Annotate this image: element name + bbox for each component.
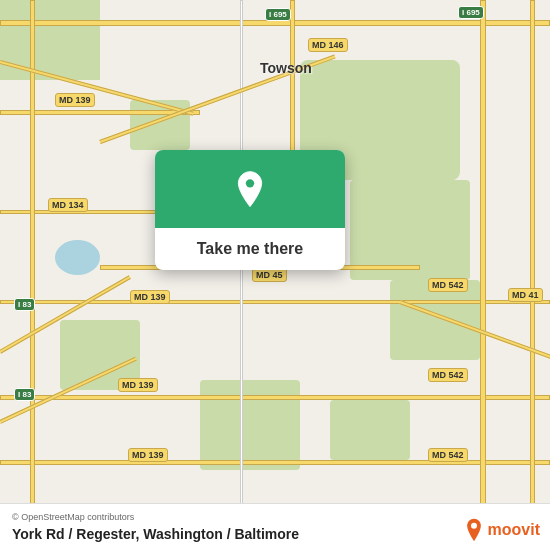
green-area-5 xyxy=(200,380,300,470)
take-me-there-button[interactable]: Take me there xyxy=(197,240,303,258)
popup-top xyxy=(155,150,345,228)
label-i83-left: I 83 xyxy=(14,298,35,311)
location-pin-icon xyxy=(230,170,270,210)
popup-card: Take me there xyxy=(155,150,345,270)
road-h6 xyxy=(0,395,550,400)
label-i695-right: I 695 xyxy=(458,6,484,19)
green-area-3 xyxy=(390,280,480,360)
road-v4 xyxy=(240,0,243,550)
water-area xyxy=(55,240,100,275)
city-label: Towson xyxy=(260,60,312,76)
svg-point-0 xyxy=(246,179,254,187)
road-v5 xyxy=(30,0,35,550)
label-i83-bottom: I 83 xyxy=(14,388,35,401)
map-container: Towson I 695 MD 146 MD 139 MD 134 MD 45 … xyxy=(0,0,550,550)
popup-bottom: Take me there xyxy=(155,228,345,270)
attribution-text: © OpenStreetMap contributors xyxy=(12,512,538,522)
label-md139-btm2: MD 139 xyxy=(128,448,168,462)
label-md146: MD 146 xyxy=(308,38,348,52)
label-md542-right1: MD 542 xyxy=(428,278,468,292)
moovit-pin-icon xyxy=(464,518,484,542)
location-name: York Rd / Regester, Washington / Baltimo… xyxy=(12,526,299,542)
label-md139-mid: MD 139 xyxy=(130,290,170,304)
label-md139-left: MD 139 xyxy=(55,93,95,107)
label-md45-mid: MD 45 xyxy=(252,268,287,282)
label-md134: MD 134 xyxy=(48,198,88,212)
green-area-6 xyxy=(330,400,410,460)
moovit-logo: moovit xyxy=(464,518,540,542)
label-i695-top: I 695 xyxy=(265,8,291,21)
label-md41: MD 41 xyxy=(508,288,543,302)
label-md542-right3: MD 542 xyxy=(428,448,468,462)
bottom-bar: © OpenStreetMap contributors York Rd / R… xyxy=(0,503,550,550)
road-h3 xyxy=(0,210,180,214)
road-h7 xyxy=(0,460,550,465)
label-md139-bottom: MD 139 xyxy=(118,378,158,392)
road-v3 xyxy=(530,0,535,550)
label-md542-right2: MD 542 xyxy=(428,368,468,382)
road-v2 xyxy=(480,0,486,550)
svg-point-1 xyxy=(471,523,477,529)
moovit-brand-text: moovit xyxy=(488,521,540,539)
